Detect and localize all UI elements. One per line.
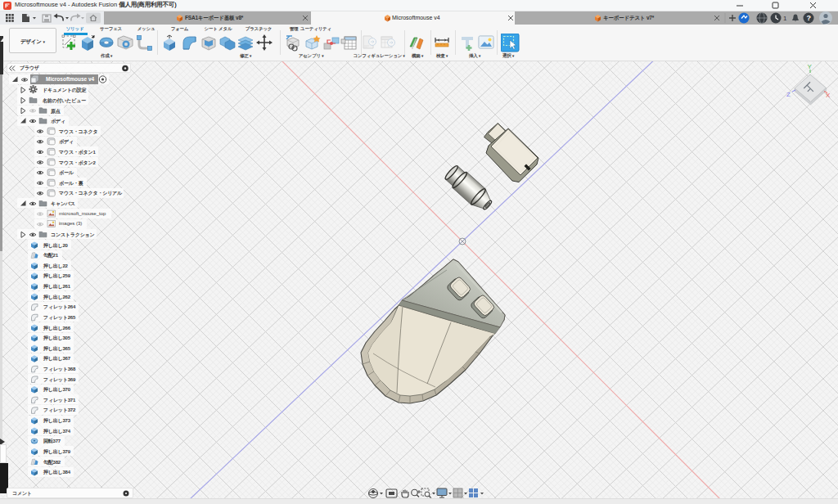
svg-text:1: 1 (783, 15, 787, 22)
svg-text:?: ? (807, 14, 812, 22)
svg-text:Z: Z (786, 91, 791, 98)
svg-text:Y: Y (808, 63, 813, 70)
